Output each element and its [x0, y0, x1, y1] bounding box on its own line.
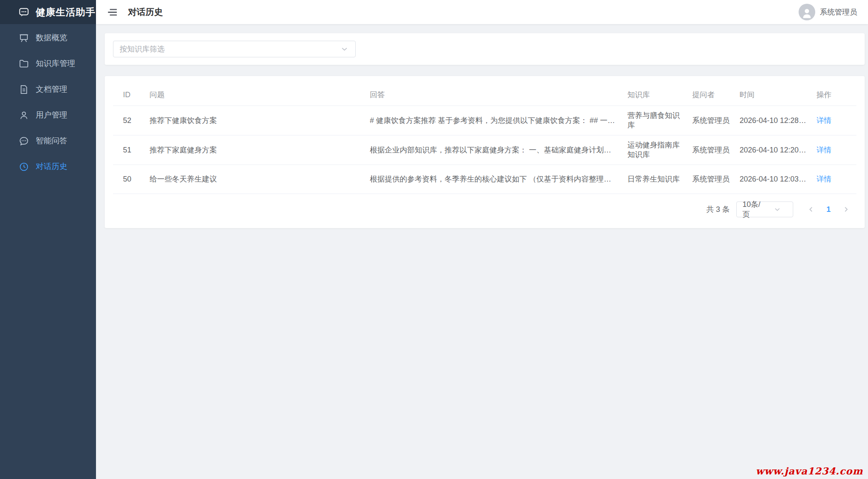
sidebar-item-2[interactable]: 文档管理 [0, 76, 96, 102]
history-table: ID 问题 回答 知识库 提问者 时间 [113, 84, 856, 194]
pagination: 共 3 条 10条/页 1 [113, 201, 856, 217]
column-header-2: 回答 [365, 84, 622, 106]
sidebar-menu: 数据概览 知识库管理 文档管理 用户管理 [0, 25, 96, 179]
cell-knowledge-base: 运动健身指南库知识库 [622, 135, 687, 165]
kb-filter-select[interactable]: 按知识库筛选 [113, 41, 356, 57]
column-header-3: 知识库 [622, 84, 687, 106]
detail-link[interactable]: 详情 [816, 146, 831, 154]
arrow-down-icon [340, 44, 349, 54]
topbar: 对话历史 系统管理员 [96, 0, 868, 24]
cell-knowledge-base: 营养与膳食知识库 [622, 106, 687, 135]
sidebar-item-label: 文档管理 [36, 84, 67, 95]
table-header-row: ID 问题 回答 知识库 提问者 时间 [113, 84, 856, 106]
cell-asker: 系统管理员 [687, 135, 735, 165]
cell-asker: 系统管理员 [687, 165, 735, 194]
cell-answer: # 健康饮食方案推荐 基于参考资料，为您提供以下健康饮食方案： ## 一、基本原… [365, 106, 622, 135]
sidebar-item-3[interactable]: 用户管理 [0, 102, 96, 128]
clock-icon [19, 162, 29, 172]
arrow-right-icon [842, 205, 850, 214]
sidebar-item-label: 用户管理 [36, 110, 67, 120]
cell-question: 推荐下健康饮食方案 [145, 106, 365, 135]
detail-link[interactable]: 详情 [816, 175, 831, 183]
page-size-select[interactable]: 10条/页 [736, 201, 793, 217]
history-table-card: ID 问题 回答 知识库 提问者 时间 [105, 76, 865, 228]
column-header-6: 操作 [811, 84, 856, 106]
column-header-0: ID [113, 84, 145, 106]
user-menu[interactable]: 系统管理员 [799, 4, 857, 20]
column-header-5: 时间 [735, 84, 811, 106]
sidebar-item-label: 知识库管理 [36, 58, 75, 69]
sidebar-item-label: 智能问答 [36, 135, 67, 146]
column-header-1: 问题 [145, 84, 365, 106]
cell-answer: 根据提供的参考资料，冬季养生的核心建议如下 （仅基于资料内容整理，确保准确、简洁… [365, 165, 622, 194]
table-row-2: 50 给一些冬天养生建议 根据提供的参考资料，冬季养生的核心建议如下 （仅基于资… [113, 165, 856, 194]
kb-filter-placeholder: 按知识库筛选 [120, 44, 340, 54]
chat-dot-round-icon [19, 136, 29, 146]
fold-icon [107, 7, 118, 18]
app-root: 健康生活助手 数据概览 知识库管理 文档管理 [0, 0, 868, 479]
column-header-4: 提问者 [687, 84, 735, 106]
sidebar-item-1[interactable]: 知识库管理 [0, 51, 96, 76]
cell-knowledge-base: 日常养生知识库 [622, 165, 687, 194]
cell-id: 52 [113, 106, 145, 135]
user-name: 系统管理员 [820, 7, 857, 17]
content: 按知识库筛选 ID 问题 [96, 24, 868, 479]
filter-card: 按知识库筛选 [105, 33, 865, 65]
sidebar-item-5[interactable]: 对话历史 [0, 154, 96, 179]
cell-time: 2026-04-10 12:28:32 [735, 106, 811, 135]
table-row-0: 52 推荐下健康饮食方案 # 健康饮食方案推荐 基于参考资料，为您提供以下健康饮… [113, 106, 856, 135]
cell-asker: 系统管理员 [687, 106, 735, 135]
cell-id: 50 [113, 165, 145, 194]
cell-question: 推荐下家庭健身方案 [145, 135, 365, 165]
arrow-down-icon [766, 205, 789, 214]
cell-time: 2026-04-10 12:03:56 [735, 165, 811, 194]
avatar [799, 4, 815, 20]
page-size-value: 10条/页 [743, 199, 766, 219]
chat-square-icon [18, 7, 30, 18]
next-page-button[interactable] [837, 201, 855, 217]
cell-id: 51 [113, 135, 145, 165]
sidebar-item-4[interactable]: 智能问答 [0, 128, 96, 154]
sidebar-item-0[interactable]: 数据概览 [0, 25, 96, 51]
app-logo: 健康生活助手 [0, 0, 96, 24]
page-title: 对话历史 [128, 6, 163, 18]
cell-time: 2026-04-10 12:20:47 [735, 135, 811, 165]
site-watermark: www.java1234.com [756, 465, 863, 477]
prev-page-button[interactable] [802, 201, 820, 217]
arrow-left-icon [807, 205, 815, 214]
user-filled-icon [801, 7, 813, 19]
sidebar-item-label: 数据概览 [36, 32, 67, 43]
main-area: 对话历史 系统管理员 按知识库筛选 [96, 0, 868, 479]
app-title: 健康生活助手 [36, 6, 96, 19]
cell-question: 给一些冬天养生建议 [145, 165, 365, 194]
data-board-icon [19, 33, 29, 43]
folder-icon [19, 59, 29, 69]
pagination-total: 共 3 条 [706, 204, 730, 214]
sidebar-item-label: 对话历史 [36, 161, 67, 172]
sidebar: 健康生活助手 数据概览 知识库管理 文档管理 [0, 0, 96, 479]
detail-link[interactable]: 详情 [816, 116, 831, 125]
table-row-1: 51 推荐下家庭健身方案 根据企业内部知识库，推荐以下家庭健身方案： 一、基础家… [113, 135, 856, 165]
collapse-sidebar-button[interactable] [107, 7, 118, 18]
page-number-button[interactable]: 1 [820, 201, 837, 217]
document-icon [19, 84, 29, 95]
cell-answer: 根据企业内部知识库，推荐以下家庭健身方案： 一、基础家庭健身计划（一周安排） -… [365, 135, 622, 165]
user-icon [19, 110, 29, 120]
